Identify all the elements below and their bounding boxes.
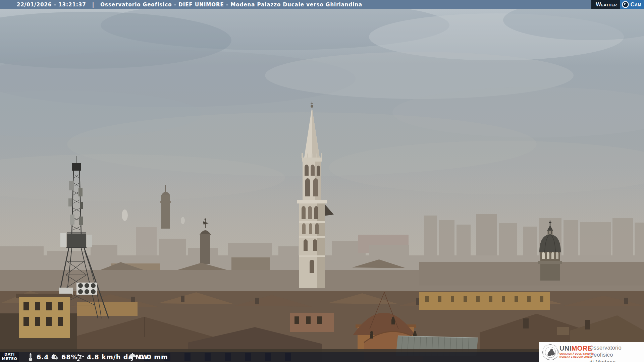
timestamp: 22/01/2026 - 13:21:37: [17, 2, 86, 8]
unimore-seal-icon: [542, 343, 559, 361]
observatory-line1: Osservatorio Geofisico: [589, 344, 644, 359]
university-name-line1: UNIVERSITÀ DEGLI STUDI DI: [559, 353, 594, 356]
weathercam-logo: Weather Cam: [591, 0, 644, 9]
droplets-icon: [50, 353, 59, 361]
weathercam-cam-panel: Cam: [620, 0, 644, 9]
dati-meteo-label: DATI METEO: [0, 352, 19, 362]
thermometer-icon: [27, 353, 34, 361]
webcam-frame: 22/01/2026 - 13:21:37 | Osservatorio Geo…: [0, 0, 644, 362]
observatory-name: Osservatorio Geofisico di Modena: [589, 344, 644, 362]
anemometer-icon: [76, 353, 85, 361]
camera-title: Osservatorio Geofisico - DIEF UNIMORE - …: [100, 2, 362, 8]
unimore-uni-text: UNI: [559, 345, 572, 352]
weathercam-weather-label: Weather: [591, 0, 620, 9]
unimore-brand-box: UNIMORE UNIVERSITÀ DEGLI STUDI DI MODENA…: [539, 342, 644, 362]
webcam-photo: [0, 0, 644, 362]
precipitation-reading: 0.0 mm: [128, 352, 168, 362]
weathercam-cam-label: Cam: [631, 1, 641, 8]
camera-lens-icon: [622, 1, 629, 8]
university-name-line2: MODENA E REGGIO EMILIA: [559, 356, 594, 359]
observatory-line2: di Modena: [589, 359, 644, 362]
unimore-logotype: UNIMORE UNIVERSITÀ DEGLI STUDI DI MODENA…: [559, 345, 594, 359]
top-info-bar: 22/01/2026 - 13:21:37 | Osservatorio Geo…: [0, 0, 644, 9]
umbrella-icon: [128, 353, 137, 361]
separator: |: [92, 2, 94, 8]
humidity-reading: 68%: [50, 352, 77, 362]
